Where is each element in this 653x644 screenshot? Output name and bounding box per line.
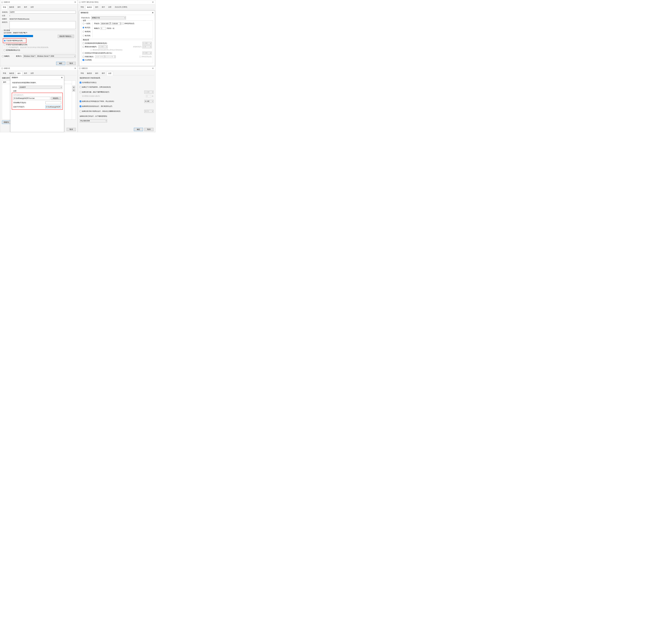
title: 创建任务 [81, 67, 151, 70]
args-input[interactable] [45, 101, 61, 104]
delete-combo: 30 天▾ [144, 110, 153, 113]
every-label: 每隔(C): [94, 27, 100, 29]
prog-input[interactable] [13, 97, 50, 100]
close-icon[interactable]: ✕ [152, 11, 153, 14]
action-select[interactable]: 启动程序▾ [19, 85, 62, 89]
tab-settings[interactable]: 设置 [106, 71, 113, 75]
chevron-down-icon: ▾ [106, 120, 106, 122]
ok-button[interactable]: 确定 [56, 62, 65, 65]
tab-triggers[interactable]: 触发器 [86, 5, 94, 9]
close-icon[interactable]: ✕ [151, 1, 154, 3]
new-button[interactable]: 新建(N) [2, 121, 11, 124]
location-label: 位置: [2, 15, 9, 17]
tab-triggers[interactable]: 触发器 [8, 5, 16, 9]
clock-icon [79, 1, 81, 3]
chk-ondemand[interactable] [80, 82, 81, 83]
args-label: 添加参数(可选)(A): [13, 102, 26, 104]
clock-icon [1, 67, 3, 69]
dur-combo: 1 天▾ [143, 45, 152, 48]
tab-settings[interactable]: 设置 [106, 5, 113, 9]
tab-general[interactable]: 常规 [79, 71, 86, 75]
tab-settings[interactable]: 设置 [29, 5, 35, 9]
close-icon[interactable]: ✕ [151, 67, 154, 70]
cal-icon[interactable]: ▦ [110, 22, 111, 24]
highlight-red-box: 程序或脚本(P): 浏览(R)... 添加参数(可选)(A): 起始于(可选)(… [12, 93, 63, 110]
close-icon[interactable]: ✕ [74, 67, 76, 70]
start-date[interactable] [101, 22, 110, 25]
expire-date [95, 55, 104, 58]
chk-delay[interactable] [82, 43, 84, 44]
security-line: 运行任务时，请使用下列用户帐户: [4, 32, 74, 34]
settings-title: 设置 [13, 90, 62, 92]
chk-tz[interactable] [122, 23, 124, 24]
cancel-button[interactable]: 取消 [144, 128, 153, 131]
cancel-button[interactable]: 取消 [67, 128, 76, 131]
ok-button[interactable]: 确定 [134, 128, 143, 131]
begin-select[interactable]: 按预定计划▾ [91, 16, 126, 20]
user-highlight [4, 35, 33, 37]
startin-input[interactable] [45, 105, 61, 108]
close-icon[interactable]: ✕ [61, 76, 63, 79]
radio-once[interactable] [82, 23, 84, 24]
name-input[interactable] [9, 11, 76, 14]
tab-actions[interactable]: 操作 [94, 5, 100, 9]
rule-label: 如果此任务已经运行，以下规则适用(N): [80, 115, 153, 117]
close-icon[interactable]: ✕ [74, 1, 76, 3]
tab-general[interactable]: 常规 [79, 5, 86, 9]
cancel-button[interactable]: 取消 [67, 62, 76, 65]
titlebar: 创建任务 ✕ [0, 0, 78, 4]
chk-nopw-label: 不存储密码(P)。该任务将只有访问本地计算机资源的权限。 [9, 46, 50, 49]
begin-label: 开始任务(G): [81, 17, 91, 19]
move-up-button[interactable]: ▴ [72, 86, 75, 89]
prog-label: 程序或脚本(P): [13, 94, 61, 96]
chk-repeat[interactable] [82, 46, 84, 48]
tab-actions[interactable]: 操作 [16, 71, 22, 75]
radio-any-label: 不管用户是否登录都要运行(W) [6, 44, 27, 46]
modal-title: 编辑触发器 [80, 11, 89, 14]
tab-actions[interactable]: 操作 [16, 5, 22, 9]
tab-conditions[interactable]: 条件 [22, 71, 29, 75]
chk-delete[interactable] [80, 110, 81, 112]
chk-stoplong[interactable] [80, 101, 81, 102]
chk-runiflate[interactable] [80, 86, 81, 88]
every-input[interactable] [101, 27, 106, 30]
clock-icon [79, 67, 81, 69]
clock-icon [1, 1, 3, 3]
radio-any[interactable] [4, 44, 5, 46]
tab-triggers[interactable]: 触发器 [86, 71, 94, 75]
tab-conditions[interactable]: 条件 [100, 71, 106, 75]
rule-select[interactable]: 停止现有实例▾ [80, 119, 107, 122]
move-down-button[interactable]: ▾ [72, 89, 75, 92]
config-select[interactable]: Windows Vista™、Windows Server™ 2008 ▾ [23, 55, 76, 58]
tab-history[interactable]: 历史记录 (已禁用) [113, 5, 129, 9]
tab-actions[interactable]: 操作 [94, 71, 100, 75]
chk-force[interactable] [80, 105, 81, 107]
pane-create-task-general: 创建任务 ✕ 常规 触发器 操作 条件 设置 名称(M): 位置: \ 创建者:… [0, 0, 78, 66]
radio-daily[interactable] [82, 27, 84, 28]
chk-hidden-label: 隐藏(E) [4, 55, 9, 57]
chk-stop[interactable] [82, 52, 84, 54]
radio-weekly[interactable] [82, 31, 84, 32]
browse-button[interactable]: 浏览(R)... [51, 97, 61, 100]
retry-count [146, 95, 151, 98]
tab-triggers[interactable]: 触发器 [8, 71, 16, 75]
security-group: 安全选项 运行任务时，请使用下列用户帐户: 更改用户或组(U)... 只在用户登… [2, 30, 76, 53]
change-user-button[interactable]: 更改用户或组(U)... [58, 35, 74, 38]
chk-expire[interactable] [82, 56, 84, 57]
chk-priv[interactable] [4, 49, 5, 51]
tab-conditions[interactable]: 条件 [100, 5, 106, 9]
modal-desc: 你必须为此任务指定要执行的操作。 [12, 81, 62, 84]
start-time[interactable] [112, 22, 120, 25]
stoplong-combo[interactable]: 4 小时▾ [144, 100, 153, 103]
tab-general[interactable]: 常规 [1, 71, 8, 75]
tab-general[interactable]: 常规 [1, 5, 8, 9]
location-value: \ [9, 15, 10, 17]
chk-hidden[interactable] [2, 55, 4, 57]
desc-input[interactable] [9, 21, 76, 29]
tab-settings[interactable]: 设置 [29, 71, 35, 75]
radio-monthly[interactable] [82, 35, 84, 36]
tab-conditions[interactable]: 条件 [22, 5, 29, 9]
chk-restart[interactable] [80, 91, 81, 93]
radio-logged-on[interactable] [4, 40, 6, 42]
chk-enabled[interactable] [82, 59, 84, 61]
